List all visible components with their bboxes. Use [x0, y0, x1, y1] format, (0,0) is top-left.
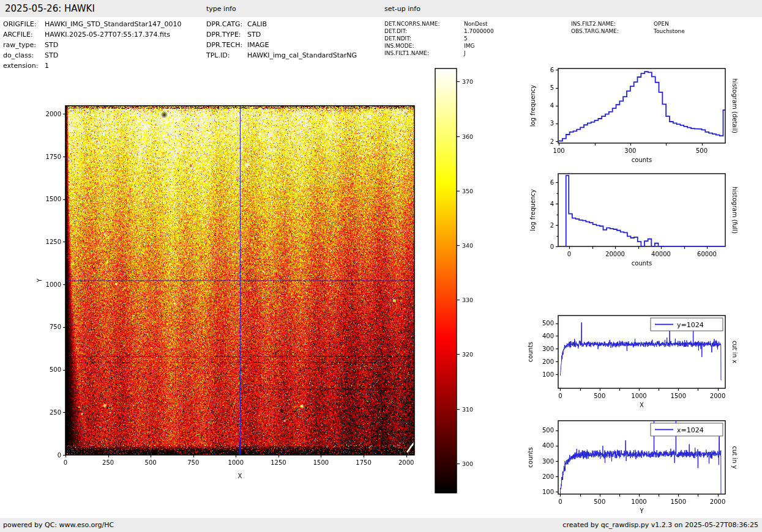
meta-row: INS.MODE:IMG — [384, 42, 494, 50]
meta-value: STD — [247, 31, 261, 39]
meta-label: do_class: — [3, 50, 45, 61]
footer-right-text: created by qc_rawdisp.py v1.2.3 on 2025-… — [562, 518, 758, 532]
meta-row: ARCFILE:HAWKI.2025-05-27T07:55:17.374.fi… — [3, 29, 182, 40]
meta-value: Touchstone — [654, 28, 685, 34]
meta-label: DPR.TYPE: — [206, 29, 247, 40]
file-info-block: ORIGFILE:HAWKI_IMG_STD_StandardStar147_0… — [3, 19, 182, 71]
meta-value: IMG — [464, 43, 474, 49]
meta-value: 5 — [464, 35, 468, 42]
meta-row: INS.FILT1.NAME:J — [384, 50, 494, 57]
meta-row: do_class:STD — [3, 50, 182, 61]
meta-label: INS.FILT1.NAME: — [384, 50, 464, 57]
meta-value: J — [464, 50, 466, 56]
figure-canvas — [0, 0, 762, 532]
meta-value: NonDest — [464, 21, 488, 27]
meta-label: INS.MODE: — [384, 42, 464, 50]
meta-label: raw_type: — [3, 40, 45, 50]
meta-label: DPR.CATG: — [206, 19, 247, 29]
meta-row: DET.NCORRS.NAME:NonDest — [384, 20, 494, 28]
meta-value: 1 — [45, 62, 49, 70]
meta-row: TPL.ID:HAWKI_img_cal_StandardStarNG — [206, 50, 357, 61]
meta-label: OBS.TARG.NAME: — [571, 28, 654, 35]
meta-row: DPR.TECH:IMAGE — [206, 40, 357, 50]
qc-report-page: 2025-05-26: HAWKI type info set-up info … — [0, 0, 762, 532]
type-info-heading: type info — [206, 5, 236, 13]
meta-value: CALIB — [247, 20, 267, 28]
meta-row: DET.DIT:1.7000000 — [384, 28, 494, 35]
meta-row: ORIGFILE:HAWKI_IMG_STD_StandardStar147_0… — [3, 19, 182, 29]
meta-row: DPR.CATG:CALIB — [206, 19, 357, 29]
meta-row: raw_type:STD — [3, 40, 182, 50]
meta-value: STD — [45, 51, 58, 59]
setup-info-left-block: DET.NCORRS.NAME:NonDestDET.DIT:1.7000000… — [384, 20, 494, 57]
meta-label: ARCFILE: — [3, 29, 45, 40]
meta-value: HAWKI.2025-05-27T07:55:17.374.fits — [45, 31, 170, 39]
meta-row: DET.NDIT:5 — [384, 35, 494, 42]
meta-label: ORIGFILE: — [3, 19, 45, 29]
header-bar: 2025-05-26: HAWKI type info set-up info — [0, 0, 762, 17]
meta-value: HAWKI_img_cal_StandardStarNG — [247, 51, 357, 59]
setup-info-right-block: INS.FILT2.NAME:OPENOBS.TARG.NAME:Touchst… — [571, 20, 685, 35]
meta-row: INS.FILT2.NAME:OPEN — [571, 20, 685, 28]
meta-label: DET.NDIT: — [384, 35, 464, 42]
footer-bar: powered by QC: www.eso.org/HC created by… — [0, 518, 762, 532]
meta-label: DET.DIT: — [384, 28, 464, 35]
meta-label: DET.NCORRS.NAME: — [384, 20, 464, 28]
meta-label: DPR.TECH: — [206, 40, 247, 50]
meta-label: TPL.ID: — [206, 50, 247, 61]
footer-left-text: powered by QC: www.eso.org/HC — [3, 518, 114, 532]
setup-info-heading: set-up info — [384, 5, 420, 13]
meta-value: 1.7000000 — [464, 28, 494, 34]
meta-label: extension: — [3, 61, 45, 71]
type-info-block: DPR.CATG:CALIBDPR.TYPE:STDDPR.TECH:IMAGE… — [206, 19, 357, 61]
meta-value: OPEN — [654, 21, 669, 27]
meta-value: STD — [45, 41, 58, 49]
meta-row: DPR.TYPE:STD — [206, 29, 357, 40]
meta-value: IMAGE — [247, 41, 269, 49]
meta-label: INS.FILT2.NAME: — [571, 20, 654, 28]
meta-row: extension:1 — [3, 61, 182, 71]
meta-value: HAWKI_IMG_STD_StandardStar147_0010 — [45, 20, 182, 28]
page-title: 2025-05-26: HAWKI — [5, 3, 95, 14]
meta-row: OBS.TARG.NAME:Touchstone — [571, 28, 685, 35]
